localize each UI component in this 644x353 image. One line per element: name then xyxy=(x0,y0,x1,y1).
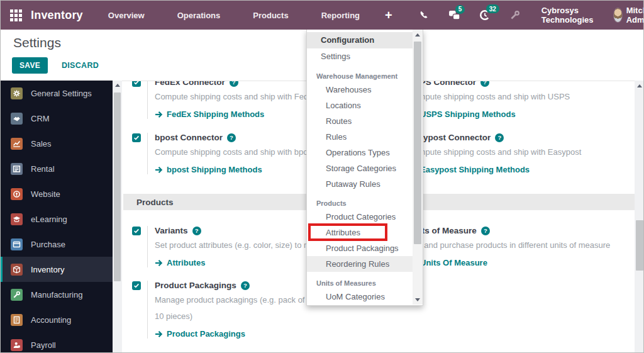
sidebar-item-manufacturing[interactable]: Manufacturing xyxy=(1,282,113,307)
checkbox-fedex-connector[interactable] xyxy=(132,81,141,87)
sidebar-item-purchase[interactable]: Purchase xyxy=(1,232,113,257)
arrow-right-icon xyxy=(155,111,167,118)
settings-sidebar: General SettingsCRMSalesRentalWebsiteeLe… xyxy=(1,81,113,353)
menu-section-products: Products xyxy=(307,198,413,209)
menu-item-routes[interactable]: Routes xyxy=(307,113,413,129)
menu-item-storage-categories[interactable]: Storage Categories xyxy=(307,160,413,176)
setting-description: Compute shipping costs and ship with USP… xyxy=(408,91,570,103)
menu-item-attributes[interactable]: Attributes xyxy=(307,225,413,240)
menu-item-locations[interactable]: Locations xyxy=(307,98,413,113)
invoice-icon xyxy=(11,314,23,326)
setting-description: Compute shipping costs and ship with Fed… xyxy=(155,91,318,103)
link-units-of-measure[interactable]: Units Of Measure xyxy=(408,258,610,267)
company-switcher[interactable]: Cybrosys Technologies xyxy=(541,6,596,25)
sidebar-item-payroll[interactable]: Payroll xyxy=(1,332,113,353)
menu-item-warehouses[interactable]: Warehouses xyxy=(307,82,413,98)
scroll-down-arrow[interactable] xyxy=(413,295,423,304)
setting-title: bpost Connector xyxy=(155,133,223,142)
user-name[interactable]: Mitchell Admin xyxy=(626,6,644,25)
checkbox-product-packagings[interactable] xyxy=(132,281,141,290)
link-usps-shipping-methods[interactable]: USPS Shipping Methods xyxy=(408,109,570,119)
sidebar-item-sales[interactable]: Sales xyxy=(1,131,113,156)
scrollbar-thumb[interactable] xyxy=(636,220,643,271)
help-icon[interactable]: ? xyxy=(480,81,489,87)
help-icon[interactable]: ? xyxy=(241,281,250,290)
scroll-up-arrow[interactable] xyxy=(413,30,423,39)
payroll-icon xyxy=(11,339,23,351)
sidebar-item-label: Payroll xyxy=(31,340,56,350)
sidebar-item-label: Rental xyxy=(31,164,55,174)
sidebar-item-inventory[interactable]: Inventory xyxy=(1,257,113,282)
graduation-icon xyxy=(11,213,23,225)
app-name[interactable]: Inventory xyxy=(31,9,83,22)
scroll-up-arrow[interactable] xyxy=(113,81,122,89)
help-icon[interactable]: ? xyxy=(230,81,238,87)
sidebar-item-label: Website xyxy=(31,189,60,199)
discard-button[interactable]: DISCARD xyxy=(58,60,103,70)
sidebar-item-label: Manufacturing xyxy=(31,290,82,300)
link-easypost-shipping-methods[interactable]: Easypost Shipping Methods xyxy=(408,165,581,174)
configuration-menu-list: ConfigurationSettingsWarehouse Managemen… xyxy=(307,30,413,305)
setting-description: Manage product packagings (e.g. pack of xyxy=(155,294,304,306)
top-menu-operations[interactable]: Operations xyxy=(161,1,237,30)
menu-item-product-packagings[interactable]: Product Packagings xyxy=(307,240,413,256)
sidebar-item-elearning[interactable]: eLearning xyxy=(1,206,113,232)
content-right-scrollbar[interactable] xyxy=(635,81,644,353)
wrench-icon xyxy=(11,289,23,301)
help-icon[interactable]: ? xyxy=(481,227,490,235)
setting-title: Variants xyxy=(155,226,188,235)
menu-item-rules[interactable]: Rules xyxy=(307,129,413,145)
menu-item-uom-categories[interactable]: UoM Categories xyxy=(307,289,413,305)
menu-item-configuration[interactable]: Configuration xyxy=(307,32,413,48)
sidebar-item-general-settings[interactable]: General Settings xyxy=(1,81,113,106)
dropdown-scrollbar[interactable] xyxy=(413,30,423,305)
messages-icon[interactable]: 5 xyxy=(448,10,460,21)
highlight-red-box xyxy=(308,223,387,241)
sidebar-item-accounting[interactable]: Accounting xyxy=(1,307,113,332)
link-bpost-shipping-methods[interactable]: bpost Shipping Methods xyxy=(155,165,314,174)
scrollbar-track[interactable] xyxy=(635,81,644,353)
wrench-icon[interactable] xyxy=(509,10,520,21)
top-menu-products[interactable]: Products xyxy=(236,1,304,30)
globe-icon xyxy=(11,188,23,200)
menu-item-reordering-rules[interactable]: Reordering Rules xyxy=(307,256,413,272)
content-left-scrollbar[interactable] xyxy=(113,81,122,353)
scroll-up-arrow[interactable] xyxy=(635,81,644,90)
setting-link-label: Units Of Measure xyxy=(420,258,487,267)
topbar: Inventory OverviewOperationsProductsRepo… xyxy=(1,1,644,30)
setting-title: FedEx Connector xyxy=(155,81,225,87)
link-fedex-shipping-methods[interactable]: FedEx Shipping Methods xyxy=(155,109,318,119)
arrow-right-icon xyxy=(155,330,167,338)
checkbox-bpost-connector[interactable] xyxy=(132,133,141,142)
top-menu-reporting[interactable]: Reporting xyxy=(305,1,376,30)
setting-description: Sell and purchase products in different … xyxy=(408,239,610,252)
more-menu-button[interactable]: + xyxy=(377,8,400,23)
scrollbar-thumb[interactable] xyxy=(414,42,421,244)
setting-description: Compute shipping costs and ship with bpo… xyxy=(155,146,314,159)
sidebar-item-label: eLearning xyxy=(31,215,67,224)
phone-icon[interactable] xyxy=(419,10,430,21)
help-icon[interactable]: ? xyxy=(227,133,236,142)
activities-badge: 32 xyxy=(486,4,499,13)
sidebar-item-rental[interactable]: Rental xyxy=(1,156,113,181)
menu-item-operations-types[interactable]: Operations Types xyxy=(307,145,413,160)
top-menu-overview[interactable]: Overview xyxy=(92,1,161,30)
save-button[interactable]: SAVE xyxy=(12,57,48,74)
apps-menu-icon[interactable] xyxy=(10,9,22,21)
help-icon[interactable]: ? xyxy=(495,133,504,142)
menu-section-warehouse-management: Warehouse Management xyxy=(307,70,413,82)
box-icon xyxy=(11,264,23,276)
checkbox-variants[interactable] xyxy=(132,227,141,235)
user-avatar[interactable] xyxy=(613,8,623,23)
menu-item-putaway-rules[interactable]: Putaway Rules xyxy=(307,176,413,192)
link-product-packagings[interactable]: Product Packagings xyxy=(155,329,304,339)
activities-icon[interactable]: 32 xyxy=(479,9,491,21)
sidebar-item-crm[interactable]: CRM xyxy=(1,106,113,131)
menu-item-settings[interactable]: Settings xyxy=(307,48,413,65)
setting-link-label: Easypost Shipping Methods xyxy=(420,165,530,174)
sidebar-item-website[interactable]: Website xyxy=(1,181,113,206)
scrollbar-thumb[interactable] xyxy=(114,92,121,281)
setting-card-bpost-connector: bpost Connector?Compute shipping costs a… xyxy=(132,133,314,174)
help-icon[interactable]: ? xyxy=(192,227,201,235)
menu-item-product-categories[interactable]: Product Categories xyxy=(307,209,413,225)
